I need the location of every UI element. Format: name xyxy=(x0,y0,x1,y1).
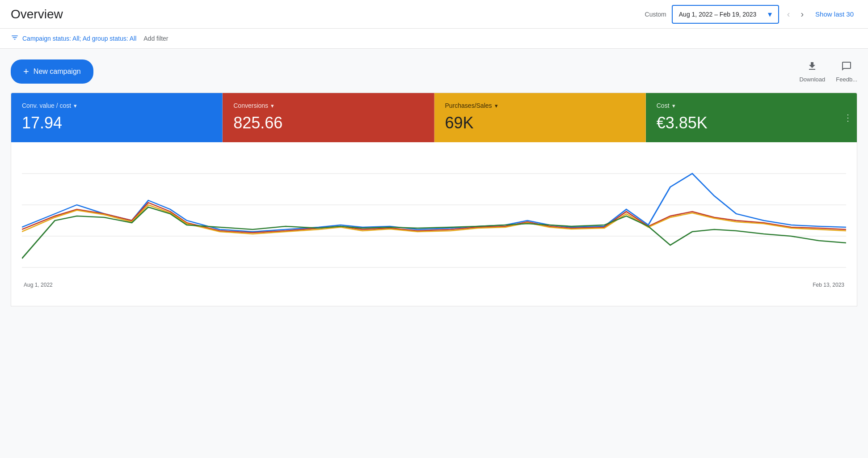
metric-cards: Conv. value / cost ▾ 17.94 Conversions ▾… xyxy=(11,93,857,142)
metric-dropdown-icon-3: ▾ xyxy=(495,102,498,109)
metrics-chart-section: Conv. value / cost ▾ 17.94 Conversions ▾… xyxy=(11,93,857,306)
feedback-icon xyxy=(841,61,852,74)
feedback-label: Feedb... xyxy=(836,76,857,83)
metric-card-conv-value-cost[interactable]: Conv. value / cost ▾ 17.94 xyxy=(11,93,223,142)
metric-card-cost[interactable]: Cost ▾ €3.85K ⋮ xyxy=(646,93,857,142)
page-header: Overview Custom Aug 1, 2022 – Feb 19, 20… xyxy=(0,0,868,29)
metric-label-conversions: Conversions ▾ xyxy=(233,102,423,109)
date-range-value: Aug 1, 2022 – Feb 19, 2023 xyxy=(679,11,757,18)
download-icon xyxy=(807,61,817,74)
metric-value-conv-value: 17.94 xyxy=(22,114,211,132)
metric-dropdown-icon-4: ▾ xyxy=(672,102,675,109)
metric-value-purchases: 69K xyxy=(445,114,635,132)
main-content: + New campaign Download Feedb... xyxy=(0,49,868,317)
metric-dropdown-icon-2: ▾ xyxy=(271,102,274,109)
chart-x-labels: Aug 1, 2022 Feb 13, 2023 xyxy=(22,282,846,288)
metric-dropdown-icon: ▾ xyxy=(74,102,77,109)
metric-card-purchases[interactable]: Purchases/Sales ▾ 69K xyxy=(434,93,646,142)
chart-x-start: Aug 1, 2022 xyxy=(24,282,53,288)
metric-card-conversions[interactable]: Conversions ▾ 825.66 xyxy=(223,93,434,142)
custom-label: Custom xyxy=(645,11,666,18)
toolbar-right: Download Feedb... xyxy=(799,61,857,83)
download-button[interactable]: Download xyxy=(799,61,825,83)
add-filter-button[interactable]: Add filter xyxy=(140,33,172,44)
metric-value-cost: €3.85K xyxy=(657,114,846,132)
date-range-picker[interactable]: Aug 1, 2022 – Feb 19, 2023 ▾ xyxy=(672,5,779,24)
new-campaign-label: New campaign xyxy=(34,68,81,76)
download-label: Download xyxy=(799,76,825,83)
chevron-down-icon: ▾ xyxy=(768,9,772,19)
feedback-button[interactable]: Feedb... xyxy=(836,61,857,83)
chart-x-end: Feb 13, 2023 xyxy=(813,282,844,288)
show-last-button[interactable]: Show last 30 xyxy=(812,8,857,21)
filter-chips: Campaign status: All; Ad group status: A… xyxy=(22,35,136,42)
plus-icon: + xyxy=(23,66,29,77)
metric-label-purchases: Purchases/Sales ▾ xyxy=(445,102,635,109)
new-campaign-button[interactable]: + New campaign xyxy=(11,59,93,84)
metric-label-conv-value: Conv. value / cost ▾ xyxy=(22,102,211,109)
chart-container: Aug 1, 2022 Feb 13, 2023 xyxy=(11,142,857,306)
filter-icon xyxy=(11,34,19,44)
campaign-filter-chip[interactable]: Campaign status: All; Ad group status: A… xyxy=(22,35,136,42)
more-options-icon[interactable]: ⋮ xyxy=(843,112,852,123)
line-chart xyxy=(22,151,846,276)
metric-label-cost: Cost ▾ xyxy=(657,102,846,109)
prev-period-button[interactable]: ‹ xyxy=(784,6,793,22)
next-period-button[interactable]: › xyxy=(798,6,806,22)
page-title: Overview xyxy=(11,7,645,21)
toolbar: + New campaign Download Feedb... xyxy=(11,59,857,84)
chevron-right-icon: › xyxy=(801,9,804,19)
header-controls: Custom Aug 1, 2022 – Feb 19, 2023 ▾ ‹ › … xyxy=(645,5,857,24)
chevron-left-icon: ‹ xyxy=(787,9,790,19)
metric-value-conversions: 825.66 xyxy=(233,114,423,132)
filter-bar: Campaign status: All; Ad group status: A… xyxy=(0,29,868,49)
